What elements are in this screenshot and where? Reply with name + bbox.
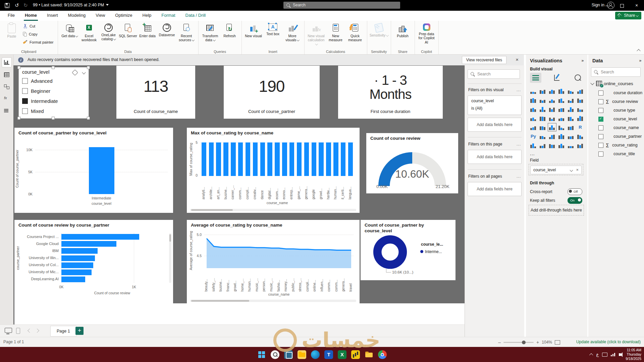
stacked-area-chart-icon[interactable] bbox=[547, 96, 557, 105]
column-career[interactable] bbox=[231, 142, 235, 176]
scatter-chart-icon[interactable] bbox=[547, 105, 557, 114]
close-icon[interactable]: × bbox=[516, 57, 519, 62]
network-icon[interactable] bbox=[611, 353, 615, 356]
bar-ibm[interactable] bbox=[61, 248, 98, 254]
metrics-icon[interactable] bbox=[576, 132, 585, 141]
kpi-icon[interactable] bbox=[538, 123, 547, 132]
stacked-bar-chart-icon[interactable] bbox=[529, 86, 538, 96]
horizontal-scrollbar[interactable] bbox=[190, 209, 356, 211]
treemap-icon[interactable] bbox=[576, 105, 585, 114]
remove-field-icon[interactable]: × bbox=[576, 166, 579, 174]
matrix-icon[interactable] bbox=[566, 123, 576, 132]
file-explorer-icon[interactable] bbox=[298, 350, 306, 359]
tab-help[interactable]: Help bbox=[138, 11, 157, 21]
clock[interactable]: 11:05 AM Thursday 9/18/2025 bbox=[626, 348, 641, 361]
filters-search-input[interactable]: Search bbox=[468, 69, 520, 79]
zoom-out-icon[interactable]: – bbox=[498, 340, 501, 345]
stacked-column-chart-icon[interactable] bbox=[538, 86, 547, 96]
ribbon-chart-icon[interactable] bbox=[576, 96, 585, 105]
checkbox[interactable] bbox=[598, 99, 603, 104]
clustered-bar-chart-icon[interactable] bbox=[547, 86, 557, 96]
area-chart-avg-rating[interactable]: Average of course_rating by course_name5… bbox=[187, 220, 360, 304]
task-view-icon[interactable] bbox=[284, 350, 293, 359]
legend-item-intermediate[interactable]: Interme... bbox=[420, 249, 442, 254]
ribbon-button-paste[interactable]: Paste bbox=[2, 22, 21, 39]
bar-chart-review-by-partner[interactable]: Count of course review by course_partner… bbox=[14, 220, 173, 304]
more-options-icon[interactable]: ... bbox=[517, 174, 521, 179]
table-online-courses[interactable]: online_courses bbox=[591, 81, 633, 86]
area-chart-icon[interactable] bbox=[538, 96, 547, 105]
card-icon[interactable] bbox=[576, 114, 585, 123]
clear-selections-icon[interactable] bbox=[72, 69, 78, 75]
checkbox[interactable] bbox=[598, 134, 603, 139]
arcgis-maps-visual-icon[interactable] bbox=[557, 141, 566, 150]
close-button[interactable]: × bbox=[629, 0, 644, 11]
bar-deeplearning-ai[interactable] bbox=[61, 277, 85, 282]
column-genera[interactable] bbox=[304, 142, 309, 176]
column-game[interactable] bbox=[297, 142, 302, 176]
gauge-count-of-course-review[interactable]: Count of course review10.60K0.00K21.20K bbox=[366, 133, 458, 193]
bar-university-of-col[interactable] bbox=[61, 262, 93, 268]
waterfall-chart-icon[interactable] bbox=[529, 105, 538, 114]
column-econo[interactable] bbox=[282, 142, 287, 176]
smart-narrative-icon[interactable] bbox=[566, 132, 576, 141]
ribbon-button-enter-data[interactable]: Enter data bbox=[138, 22, 157, 39]
tab-data-drill[interactable]: Data / Drill bbox=[180, 11, 211, 21]
volume-icon[interactable] bbox=[619, 353, 621, 356]
undo-icon[interactable]: ↺ bbox=[15, 2, 19, 8]
column-busine[interactable] bbox=[223, 142, 228, 176]
chevron-down-icon[interactable] bbox=[590, 81, 594, 85]
card-count-of-course-partner[interactable]: 190 Count of course_partner bbox=[224, 66, 320, 119]
ribbon-button-onelake-catalog[interactable]: OneLake catalog bbox=[99, 22, 118, 42]
add-data-fields-placeholder[interactable]: Add data fields here bbox=[468, 150, 522, 164]
checkbox[interactable] bbox=[598, 117, 603, 122]
checkbox[interactable] bbox=[598, 152, 603, 157]
pie-chart-icon[interactable] bbox=[557, 105, 566, 114]
teams-icon[interactable] bbox=[324, 350, 333, 359]
gauge-icon[interactable] bbox=[566, 114, 576, 123]
tab-format[interactable]: Format bbox=[156, 11, 180, 21]
horizontal-scrollbar[interactable] bbox=[190, 300, 356, 302]
column-ecom[interactable] bbox=[275, 142, 279, 176]
bar-university-of-illin[interactable] bbox=[61, 255, 95, 261]
share-button[interactable]: Share bbox=[615, 12, 641, 19]
column-growt[interactable] bbox=[319, 142, 323, 176]
checkbox[interactable] bbox=[22, 108, 28, 114]
field-course-type[interactable]: course type bbox=[598, 107, 635, 114]
ribbon-button-new-measure[interactable]: New measure bbox=[326, 22, 345, 43]
ribbon-button-text-box[interactable]: Text box bbox=[263, 22, 283, 37]
save-icon[interactable] bbox=[5, 3, 10, 8]
field-course-title[interactable]: course_title bbox=[598, 150, 635, 157]
column-human[interactable] bbox=[333, 142, 338, 176]
column-comm[interactable] bbox=[238, 142, 243, 176]
mobile-layout-icon[interactable] bbox=[16, 328, 20, 334]
pbi-addin-visual-icon[interactable] bbox=[566, 141, 576, 150]
chrome-icon[interactable] bbox=[378, 350, 387, 359]
ribbon-button-copy[interactable]: Copy bbox=[22, 30, 56, 38]
autosave-status[interactable]: 99 • Last saved: 9/10/2025 at 2:40 PM bbox=[33, 3, 109, 7]
line-and-stacked-column-chart-icon[interactable] bbox=[557, 96, 566, 105]
tab-view[interactable]: View bbox=[91, 11, 110, 21]
build-visual-mode-button[interactable] bbox=[530, 73, 541, 83]
slicer-item-beginner[interactable]: Beginner bbox=[22, 88, 50, 94]
folder-icon[interactable] bbox=[365, 350, 373, 359]
tab-insert[interactable]: Insert bbox=[42, 11, 63, 21]
bar-coursera-project[interactable] bbox=[61, 234, 139, 240]
column-google[interactable] bbox=[312, 142, 316, 176]
funnel-icon[interactable] bbox=[538, 105, 547, 114]
power-apps-visual-icon[interactable] bbox=[547, 141, 557, 150]
tmdl-view-button[interactable] bbox=[2, 106, 11, 116]
excel-icon[interactable] bbox=[338, 350, 346, 359]
ribbon-button-get-data[interactable]: Get data bbox=[60, 22, 79, 39]
data-search-input[interactable]: Search bbox=[591, 67, 641, 77]
field-course-review[interactable]: ∑course review bbox=[598, 98, 638, 105]
slicer-item-advanced[interactable]: Advanced bbox=[22, 78, 53, 84]
column-art-an[interactable] bbox=[216, 142, 221, 176]
ribbon-button-cut[interactable]: Cut bbox=[22, 22, 56, 30]
ribbon-button-recent-sources[interactable]: Recent sources bbox=[177, 22, 196, 43]
course-level-slicer[interactable]: course_level AdvancedBeginnerIntermediat… bbox=[18, 67, 89, 119]
checkbox[interactable] bbox=[598, 90, 603, 96]
ribbon-button-quick-measure[interactable]: Quick measure bbox=[345, 22, 365, 43]
tab-optimize[interactable]: Optimize bbox=[110, 11, 137, 21]
column-hardw[interactable] bbox=[326, 142, 331, 176]
